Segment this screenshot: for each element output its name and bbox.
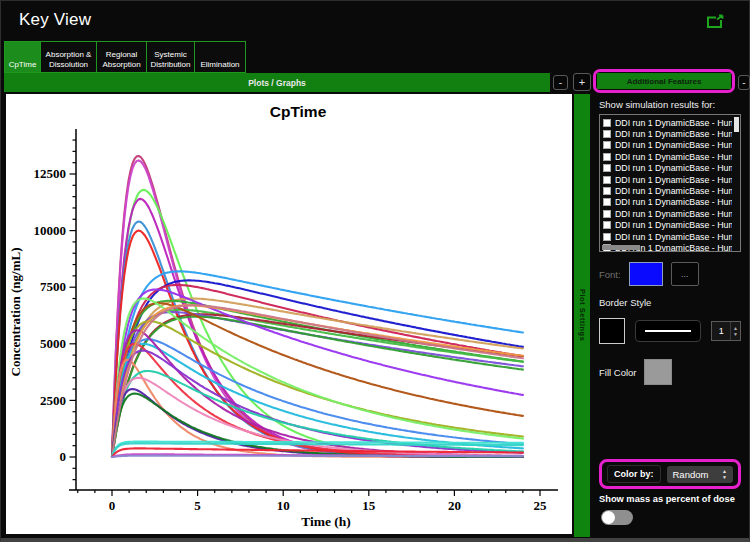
list-item-label: DDI run 1 DynamicBase - Hum xyxy=(615,163,732,173)
tab-bar: CpTimeAbsorption & DissolutionRegional A… xyxy=(4,41,245,73)
font-more-button[interactable]: ... xyxy=(671,262,699,286)
checkbox-icon[interactable] xyxy=(603,119,611,127)
list-item-label: DDI run 1 DynamicBase - Hum xyxy=(615,186,732,196)
color-by-highlight: Color by: Random ▲ ▼ xyxy=(599,459,741,489)
svg-text:25: 25 xyxy=(534,498,548,513)
font-color-swatch[interactable] xyxy=(629,262,663,286)
mass-percent-toggle[interactable] xyxy=(601,510,633,525)
checkbox-icon[interactable] xyxy=(603,164,611,172)
cptime-chart: CpTime051015202502500500075001000012500T… xyxy=(6,94,572,534)
list-item-label: DDI run 1 DynamicBase - Hum xyxy=(615,129,732,139)
tab-systemic-distribution[interactable]: Systemic Distribution xyxy=(146,41,195,73)
font-label: Font: xyxy=(599,269,621,280)
line-style-preview[interactable] xyxy=(635,320,702,342)
svg-text:Time (h): Time (h) xyxy=(301,514,351,529)
svg-text:0: 0 xyxy=(60,449,67,464)
list-item-label: DDI run 1 DynamicBase - Hum xyxy=(615,175,732,185)
fill-color-row: Fill Color xyxy=(599,359,741,385)
color-by-label: Color by: xyxy=(607,465,661,483)
additional-features-collapse-button[interactable]: - xyxy=(738,75,750,90)
vertical-scrollbar-thumb[interactable] xyxy=(734,117,739,132)
svg-text:0: 0 xyxy=(109,498,116,513)
border-color-swatch[interactable] xyxy=(599,318,625,344)
svg-text:5000: 5000 xyxy=(40,336,66,351)
checkbox-icon[interactable] xyxy=(603,130,611,138)
list-item[interactable]: DDI run 1 DynamicBase - Hum xyxy=(603,151,732,162)
list-item[interactable]: DDI run 1 DynamicBase - Hum xyxy=(603,117,732,128)
stepper-up-icon[interactable]: ▲ xyxy=(733,326,738,331)
stepper-arrows[interactable]: ▲ ▼ xyxy=(730,322,740,340)
open-in-new-window-icon[interactable] xyxy=(707,14,725,28)
checkbox-icon[interactable] xyxy=(603,141,611,149)
list-item-label: DDI run 1 DynamicBase - Hum xyxy=(615,232,732,242)
svg-text:CpTime: CpTime xyxy=(270,103,327,120)
svg-text:15: 15 xyxy=(362,498,376,513)
additional-features-header: Additional Features xyxy=(597,73,731,89)
fill-color-swatch[interactable] xyxy=(644,359,672,385)
list-item[interactable]: DDI run 1 DynamicBase - Hum xyxy=(603,174,732,185)
svg-text:2500: 2500 xyxy=(40,393,66,408)
fill-color-label: Fill Color xyxy=(599,367,636,378)
tab-absorption-dissolution[interactable]: Absorption & Dissolution xyxy=(40,41,97,73)
border-style-row: 1 ▲ ▼ xyxy=(599,318,741,344)
horizontal-scrollbar-thumb[interactable] xyxy=(602,245,640,250)
list-item-label: DDI run 1 DynamicBase - Hum xyxy=(615,118,732,128)
checkbox-icon[interactable] xyxy=(603,187,611,195)
plot-settings-tab-label: Plot Settings xyxy=(578,289,587,341)
border-width-value: 1 xyxy=(712,326,730,336)
list-item[interactable]: DDI run 1 DynamicBase - Hum xyxy=(603,163,732,174)
tab-regional-absorption[interactable]: Regional Absorption xyxy=(96,41,147,73)
window-title: Key View xyxy=(19,10,91,30)
list-item-label: DDI run 1 DynamicBase - Hum xyxy=(615,220,732,230)
checkbox-icon[interactable] xyxy=(603,233,611,241)
plots-graphs-collapse-button[interactable]: - xyxy=(553,75,568,90)
svg-text:10000: 10000 xyxy=(34,223,67,238)
svg-text:Concentration (ng/mL): Concentration (ng/mL) xyxy=(8,248,23,377)
svg-text:20: 20 xyxy=(448,498,461,513)
tab-elimination[interactable]: Elimination xyxy=(194,41,246,73)
key-view-window: Key View CpTimeAbsorption & DissolutionR… xyxy=(0,0,750,542)
list-item[interactable]: DDI run 1 DynamicBase - Hum xyxy=(603,197,732,208)
additional-features-highlight: Additional Features xyxy=(593,69,735,93)
svg-text:10: 10 xyxy=(277,498,290,513)
plots-graphs-header: Plots / Graphs xyxy=(4,73,550,92)
plot-settings-expand-button[interactable]: + xyxy=(573,73,591,91)
color-by-value: Random xyxy=(673,469,723,480)
plot-settings-tab[interactable]: Plot Settings xyxy=(574,94,590,537)
tab-cptime[interactable]: CpTime xyxy=(4,41,41,73)
toggle-knob xyxy=(602,511,615,524)
border-width-stepper[interactable]: 1 ▲ ▼ xyxy=(711,321,741,341)
title-bar: Key View xyxy=(1,1,749,41)
checkbox-icon[interactable] xyxy=(603,210,611,218)
list-item[interactable]: DDI run 1 DynamicBase - Hum xyxy=(603,208,732,219)
checkbox-icon[interactable] xyxy=(603,221,611,229)
simulation-list-label: Show simulation results for: xyxy=(599,99,741,110)
list-item-label: DDI run 1 DynamicBase - Hum xyxy=(615,152,732,162)
list-item[interactable]: DDI run 1 DynamicBase - Hum xyxy=(603,128,732,139)
list-item[interactable]: DDI run 1 DynamicBase - Hum xyxy=(603,220,732,231)
mass-percent-label: Show mass as percent of dose xyxy=(599,494,741,504)
svg-text:5: 5 xyxy=(194,498,201,513)
list-item[interactable]: DDI run 1 DynamicBase - Hum xyxy=(603,140,732,151)
font-row: Font: ... xyxy=(599,262,741,286)
list-item-label: DDI run 1 DynamicBase - Hum xyxy=(615,209,732,219)
svg-text:7500: 7500 xyxy=(40,279,66,294)
list-item-label: DDI run 1 DynamicBase - Hum xyxy=(615,140,732,150)
checkbox-icon[interactable] xyxy=(603,198,611,206)
plot-area: CpTime051015202502500500075001000012500T… xyxy=(6,94,572,534)
checkbox-icon[interactable] xyxy=(603,153,611,161)
plots-graphs-title: Plots / Graphs xyxy=(248,78,306,88)
list-item[interactable]: DDI run 1 DynamicBase - Hum xyxy=(603,185,732,196)
list-item-label: DDI run 1 DynamicBase - Hum xyxy=(615,197,732,207)
additional-features-panel: Show simulation results for: DDI run 1 D… xyxy=(593,94,749,539)
dropdown-arrows-icon: ▲ ▼ xyxy=(722,469,727,479)
stepper-down-icon[interactable]: ▼ xyxy=(733,332,738,337)
svg-text:12500: 12500 xyxy=(34,166,67,181)
border-style-label: Border Style xyxy=(599,297,741,308)
simulation-list[interactable]: DDI run 1 DynamicBase - HumDDI run 1 Dyn… xyxy=(599,114,741,252)
list-item[interactable]: DDI run 1 DynamicBase - Hum xyxy=(603,231,732,242)
checkbox-icon[interactable] xyxy=(603,176,611,184)
color-by-dropdown[interactable]: Random ▲ ▼ xyxy=(667,466,734,483)
